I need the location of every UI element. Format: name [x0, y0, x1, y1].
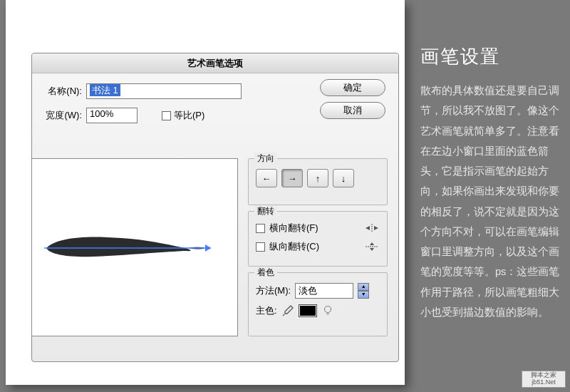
direction-left-button[interactable]: ←	[256, 169, 277, 187]
direction-arrow-head	[205, 244, 211, 252]
colorize-group: 着色 方法(M): 淡色 ▲ ▼ 主色:	[248, 272, 388, 336]
flip-vertical-icon	[364, 242, 380, 252]
arrow-left-icon: ←	[262, 173, 271, 184]
flip-group: 翻转 横向翻转(F) 纵向翻转(C)	[248, 211, 388, 267]
sidebar-heading: 画笔设置	[420, 44, 563, 69]
brush-stroke-preview	[43, 234, 217, 262]
dialog-body: 名称(N): 书法 1 宽度(W): 100% 等比(P) 确定 取消	[32, 73, 398, 142]
chevron-up-icon: ▲	[358, 283, 369, 291]
document-canvas: 艺术画笔选项 名称(N): 书法 1 宽度(W): 100% 等比(P) 确定 …	[6, 0, 405, 385]
method-stepper[interactable]: ▲ ▼	[358, 283, 369, 299]
proportional-checkbox[interactable]: 等比(P)	[162, 109, 204, 122]
key-color-label: 主色:	[256, 304, 277, 317]
sidebar-body: 散布的具体数值还是要自己调节，所以我不放图了。像这个艺术画笔就简单多了。注意看在…	[420, 81, 563, 322]
method-value: 淡色	[299, 284, 317, 297]
watermark: 脚本之家 jb51.Net	[522, 371, 566, 388]
width-label: 宽度(W):	[42, 109, 86, 122]
checkbox-icon	[256, 242, 265, 252]
svg-point-3	[324, 306, 331, 313]
brush-preview	[31, 158, 238, 336]
method-select[interactable]: 淡色	[295, 283, 353, 299]
direction-right-button[interactable]: →	[281, 169, 303, 187]
checkbox-icon	[256, 224, 265, 233]
eyedropper-icon[interactable]	[281, 304, 294, 317]
name-label: 名称(N):	[42, 85, 86, 98]
flip-legend: 翻转	[254, 205, 277, 217]
dialog-title: 艺术画笔选项	[32, 53, 398, 73]
direction-legend: 方向	[254, 153, 277, 165]
checkbox-icon	[162, 111, 171, 120]
colorize-legend: 着色	[254, 267, 277, 279]
key-color-swatch[interactable]	[299, 304, 317, 317]
name-value: 书法 1	[90, 84, 120, 96]
width-input[interactable]: 100%	[86, 108, 138, 123]
direction-group: 方向 ← → ↑ ↓	[248, 158, 388, 205]
flip-vertical-checkbox[interactable]: 纵向翻转(C)	[269, 240, 360, 253]
ok-button[interactable]: 确定	[320, 79, 385, 96]
cancel-button[interactable]: 取消	[320, 102, 385, 119]
flip-horizontal-icon	[364, 223, 380, 233]
lightbulb-icon[interactable]	[321, 304, 334, 317]
direction-down-button[interactable]: ↓	[333, 169, 354, 187]
method-label: 方法(M):	[256, 284, 291, 297]
chevron-down-icon: ▼	[358, 291, 369, 299]
flip-horizontal-checkbox[interactable]: 横向翻转(F)	[269, 222, 360, 234]
arrow-down-icon: ↓	[341, 173, 346, 184]
proportional-label: 等比(P)	[174, 109, 204, 122]
annotation-sidebar: 画笔设置 散布的具体数值还是要自己调节，所以我不放图了。像这个艺术画笔就简单多了…	[420, 44, 563, 322]
name-input[interactable]: 书法 1	[86, 83, 242, 99]
arrow-up-icon: ↑	[316, 173, 321, 184]
arrow-right-icon: →	[288, 173, 297, 184]
width-value: 100%	[90, 108, 113, 119]
direction-up-button[interactable]: ↑	[307, 169, 328, 187]
